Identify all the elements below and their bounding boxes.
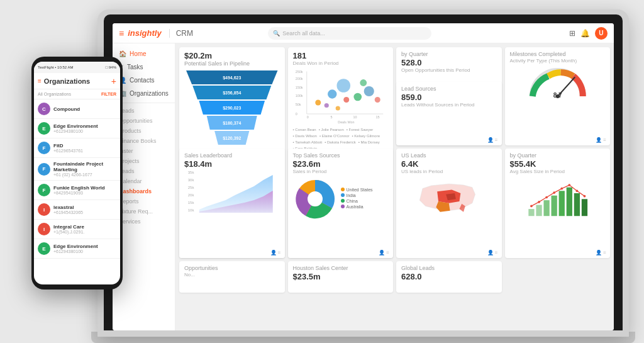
svg-text:15k: 15k: [188, 201, 195, 205]
svg-point-17: [364, 86, 374, 96]
hamburger-icon[interactable]: ≡: [119, 28, 124, 38]
org-avatar-f1: F: [38, 142, 50, 154]
laptop-outer: ≡ insightly CRM 🔍 Search all data... ⊞ 🔔…: [97, 9, 629, 337]
search-bar[interactable]: 🔍 Search all data...: [268, 27, 431, 40]
us-leads-value: 6.4K: [401, 159, 497, 169]
list-item[interactable]: F FitD +61296543761: [34, 138, 120, 158]
milestones-gauge: 8.7: [510, 65, 606, 99]
org-avatar-i2: I: [38, 223, 50, 235]
org-name: Integral Care: [53, 224, 116, 230]
list-item[interactable]: F Fountaindale Project Marketing +61 (02…: [34, 158, 120, 181]
svg-text:0: 0: [295, 112, 297, 116]
svg-text:50k: 50k: [295, 103, 301, 106]
leaderboard-card: Sales Leaderboard $18.4m 35k 30k 25k 20k…: [179, 149, 285, 259]
phone-outer: TestFlight • 10:52 AM □ 94% ≡ Organizati…: [31, 57, 123, 290]
org-avatar-f2: F: [38, 163, 50, 176]
lead-sources-sub: Leads Without Sources in Period: [401, 102, 497, 108]
filter-action[interactable]: FILTER: [101, 92, 116, 96]
top-sources-value: $23.6m: [293, 159, 389, 169]
sales-trend-footer-icon[interactable]: 👤 ≡: [596, 250, 606, 256]
filter-label: All Organizations: [38, 92, 71, 96]
sidebar-label-tasks: Tasks: [127, 64, 143, 70]
list-item[interactable]: I Integral Care +1(540).J.0291.: [34, 220, 120, 239]
org-name: lexastral: [53, 205, 116, 210]
org-phone: +61945432065: [53, 210, 116, 215]
leaderboard-title: Sales Leaderboard: [184, 152, 280, 159]
quarter-value: 528.0: [401, 58, 497, 67]
svg-point-14: [328, 89, 336, 98]
list-item[interactable]: C Compound: [34, 99, 120, 119]
houston-value: $23.5m: [293, 272, 389, 281]
list-item[interactable]: E Edge Environment +61294380100: [34, 239, 120, 259]
svg-text:Deals Won: Deals Won: [338, 120, 354, 124]
funnel-level-3: $290,023: [197, 101, 266, 115]
svg-point-20: [360, 79, 367, 86]
org-phone: +84295419093: [53, 191, 116, 195]
opportunities-card: Opportunities No...: [179, 261, 285, 293]
sidebar-label-home: Home: [130, 50, 147, 57]
svg-text:15: 15: [375, 115, 379, 119]
svg-text:200k: 200k: [295, 77, 303, 81]
us-leads-title: US Leads: [401, 152, 497, 159]
funnel-card-title: Potential Sales in Pipeline: [184, 60, 280, 67]
svg-point-15: [336, 79, 350, 93]
houston-title: Houston Sales Center: [293, 265, 389, 271]
svg-text:20k: 20k: [188, 193, 195, 197]
us-leads-card: US Leads 6.4K US leads in Period: [396, 149, 502, 259]
svg-text:35k: 35k: [188, 171, 195, 174]
sales-trend-card: by Quarter $55.4K Avg Sales Size in Peri…: [505, 149, 611, 259]
svg-point-44: [530, 205, 533, 207]
search-icon: 🔍: [273, 30, 280, 37]
svg-point-46: [545, 196, 548, 198]
svg-rect-40: [558, 191, 564, 216]
svg-text:100k: 100k: [295, 94, 303, 98]
svg-text:25k: 25k: [188, 186, 195, 189]
bell-icon[interactable]: 🔔: [580, 29, 590, 38]
us-leads-sub: US leads in Period: [401, 169, 497, 174]
svg-text:30k: 30k: [188, 178, 195, 182]
list-item[interactable]: E Edge Environment +61294380100: [34, 119, 120, 138]
top-sources-sub: Sales in Period: [293, 169, 389, 174]
top-sources-pie: [293, 177, 337, 221]
org-phone: +61296543761: [53, 149, 116, 153]
funnel-level-1: $494,623: [184, 70, 280, 84]
svg-text:150k: 150k: [295, 86, 303, 89]
user-avatar[interactable]: U: [595, 27, 608, 40]
svg-text:8.7: 8.7: [553, 92, 562, 99]
svg-point-47: [553, 191, 555, 194]
org-name: Edge Environment: [53, 244, 116, 249]
svg-text:10k: 10k: [188, 208, 195, 212]
leaderboard-footer-icon[interactable]: 👤 ≡: [270, 250, 281, 256]
svg-point-13: [315, 100, 321, 106]
svg-text:5: 5: [330, 115, 332, 119]
app-logo: insightly: [128, 28, 161, 38]
svg-point-22: [374, 97, 380, 103]
svg-rect-42: [574, 193, 579, 216]
scatter-sub: Deals Won in Period: [293, 60, 389, 66]
houston-card: Houston Sales Center $23.5m: [288, 261, 394, 293]
svg-point-16: [353, 93, 362, 101]
phone-app-title: Organizations: [44, 77, 111, 85]
sales-trend-value: $55.4K: [510, 159, 606, 169]
grid-icon[interactable]: ⊞: [569, 29, 575, 38]
svg-point-21: [335, 106, 340, 110]
quarter-by: by Quarter: [401, 51, 497, 57]
svg-rect-41: [566, 187, 572, 216]
us-map-chart: [401, 177, 497, 218]
phone-add-icon[interactable]: +: [111, 76, 116, 86]
lead-sources-icon[interactable]: 👤 ≡: [487, 137, 498, 143]
funnel-level-2: $356,854: [191, 86, 273, 99]
milestones-icon[interactable]: 👤 ≡: [596, 137, 606, 143]
svg-point-50: [575, 189, 578, 192]
phone-hamburger-icon[interactable]: ≡: [38, 77, 42, 84]
list-item[interactable]: I lexastral +61945432065: [34, 200, 120, 220]
us-leads-footer-icon[interactable]: 👤 ≡: [487, 250, 498, 256]
org-phone: +61294380100: [53, 249, 116, 254]
svg-point-19: [324, 103, 328, 108]
top-sources-footer-icon[interactable]: 👤 ≡: [379, 250, 389, 256]
sidebar-item-home[interactable]: 🏠 Home: [113, 47, 175, 60]
org-avatar-e1: E: [38, 122, 50, 135]
svg-text:250k: 250k: [295, 70, 303, 74]
dashboard: $20.2m Potential Sales in Pipeline $494,…: [175, 43, 614, 330]
list-item[interactable]: F Funkie English World +84295419093: [34, 181, 120, 200]
